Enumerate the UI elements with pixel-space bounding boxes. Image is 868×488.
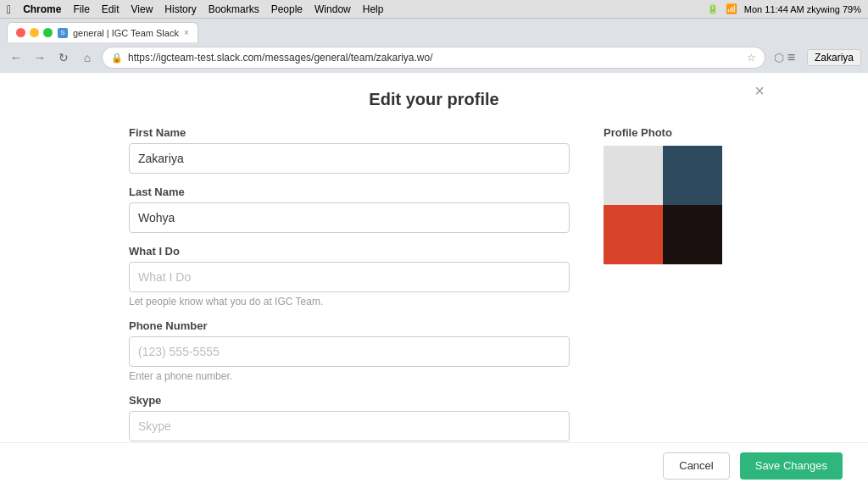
cast-icon[interactable]: ⬡ (774, 51, 784, 64)
skype-input[interactable] (129, 411, 570, 441)
modal-overlay: Edit your profile × First Name Last Name… (0, 73, 868, 488)
menu-icon[interactable]: ≡ (787, 50, 795, 65)
last-name-label: Last Name (129, 186, 570, 198)
photo-label: Profile Photo (604, 126, 739, 139)
what-i-do-hint: Let people know what you do at IGC Team. (129, 296, 570, 308)
modal-footer: Cancel Save Changes (0, 442, 868, 488)
modal-title: Edit your profile (129, 90, 739, 109)
profile-button[interactable]: Zakariya (807, 49, 861, 66)
home-button[interactable]: ⌂ (78, 48, 97, 67)
profile-photo[interactable] (604, 146, 722, 264)
skype-field: Skype (129, 394, 570, 441)
what-i-do-input[interactable] (129, 262, 570, 292)
modal-body: First Name Last Name What I Do Let peopl… (129, 126, 739, 453)
battery-icon: 🔋 (707, 3, 719, 14)
url-text: https://igcteam-test.slack.com/messages/… (128, 52, 742, 64)
menu-view[interactable]: View (131, 3, 153, 15)
phone-field: Phone Number Enter a phone number. (129, 319, 570, 382)
menu-history[interactable]: History (164, 3, 196, 15)
menu-file[interactable]: File (73, 3, 89, 15)
first-name-label: First Name (129, 126, 570, 139)
last-name-input[interactable] (129, 202, 570, 233)
menu-people[interactable]: People (271, 3, 303, 15)
cancel-button[interactable]: Cancel (663, 452, 729, 480)
menu-chrome[interactable]: Chrome (23, 3, 61, 15)
star-icon[interactable]: ☆ (747, 52, 756, 64)
save-changes-button[interactable]: Save Changes (740, 452, 843, 480)
menu-edit[interactable]: Edit (102, 3, 120, 15)
mac-menubar:  Chrome File Edit View History Bookmark… (0, 0, 868, 19)
apple-icon:  (7, 3, 11, 16)
back-button[interactable]: ← (7, 48, 25, 67)
profile-form: First Name Last Name What I Do Let peopl… (129, 126, 570, 453)
edit-profile-modal: Edit your profile × First Name Last Name… (103, 73, 765, 470)
tab-favicon: S (58, 28, 68, 38)
skype-label: Skype (129, 394, 570, 407)
close-window-button[interactable] (16, 28, 25, 37)
first-name-input[interactable] (129, 143, 570, 174)
tab-close-icon[interactable]: × (184, 28, 189, 37)
tab-label: general | IGC Team Slack (73, 28, 179, 38)
traffic-lights[interactable] (16, 28, 53, 37)
photo-quadrant-br (663, 205, 722, 264)
photo-quadrant-tr (663, 146, 722, 205)
phone-hint: Enter a phone number. (129, 370, 570, 382)
what-i-do-field: What I Do Let people know what you do at… (129, 245, 570, 308)
phone-label: Phone Number (129, 319, 570, 332)
wifi-icon: 📶 (726, 3, 737, 14)
menubar-right: 🔋 📶 Mon 11:44 AM zkywing 79% (707, 3, 861, 14)
maximize-window-button[interactable] (43, 28, 53, 37)
photo-quadrant-bl (604, 205, 663, 264)
address-bar-actions: ☆ (747, 52, 756, 64)
last-name-field: Last Name (129, 186, 570, 233)
modal-close-button[interactable]: × (754, 81, 765, 101)
menu-help[interactable]: Help (363, 3, 384, 15)
forward-button[interactable]: → (31, 48, 49, 67)
menu-bookmarks[interactable]: Bookmarks (209, 3, 259, 15)
ssl-lock-icon: 🔒 (111, 53, 123, 64)
address-bar-input[interactable]: 🔒 https://igcteam-test.slack.com/message… (102, 47, 765, 69)
first-name-field: First Name (129, 126, 570, 174)
datetime: Mon 11:44 AM zkywing 79% (744, 4, 861, 14)
refresh-button[interactable]: ↻ (54, 48, 73, 67)
page-content: Edit your profile × First Name Last Name… (0, 73, 868, 488)
browser-tab[interactable]: S general | IGC Team Slack × (7, 22, 198, 42)
what-i-do-label: What I Do (129, 245, 570, 258)
minimize-window-button[interactable] (30, 28, 39, 37)
tab-bar: S general | IGC Team Slack × (0, 19, 868, 42)
photo-quadrant-tl (604, 146, 663, 205)
menu-window[interactable]: Window (314, 3, 351, 15)
address-bar: ← → ↻ ⌂ 🔒 https://igcteam-test.slack.com… (0, 42, 868, 73)
profile-photo-section: Profile Photo (604, 126, 739, 453)
phone-input[interactable] (129, 336, 570, 367)
